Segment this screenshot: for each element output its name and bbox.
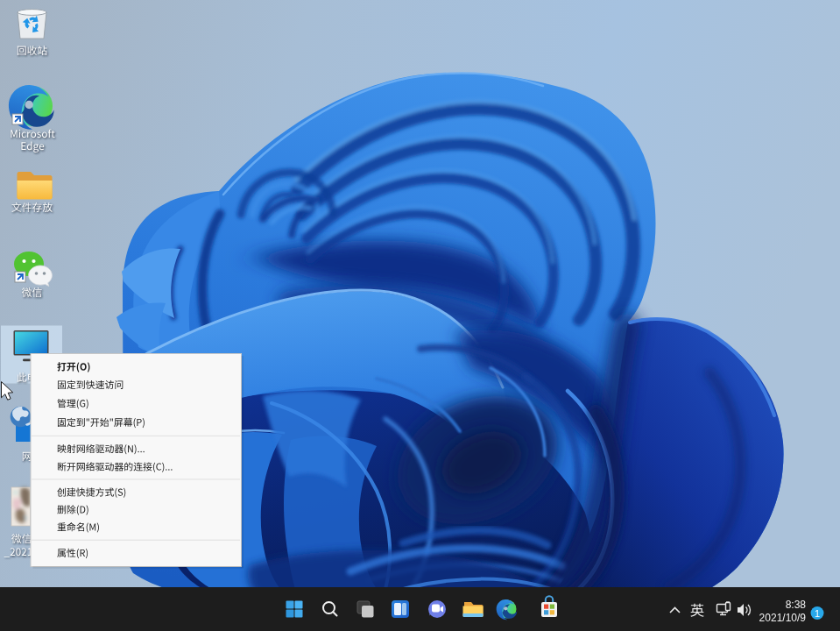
svg-text:2021/10/9: 2021/10/9 [759, 612, 807, 624]
svg-text:1: 1 [815, 608, 820, 619]
svg-text:8:38: 8:38 [786, 599, 807, 611]
